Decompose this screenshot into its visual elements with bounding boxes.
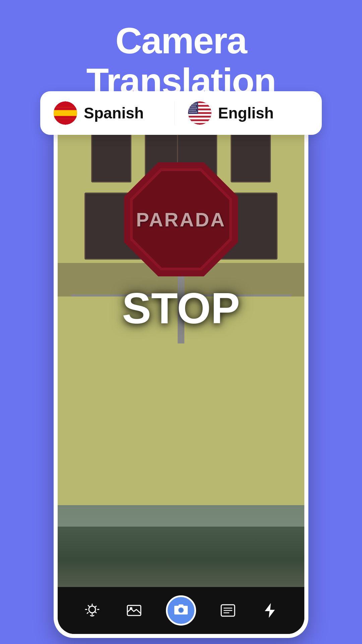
source-language-label: Spanish	[84, 104, 144, 122]
flash-icon[interactable]	[260, 600, 280, 621]
phone-mockup: Spanish	[54, 115, 308, 638]
phone-screen: PARADA STOP	[58, 119, 304, 634]
app-title: Camera Translation	[86, 20, 276, 101]
lower-camera-bg	[58, 527, 304, 594]
gallery-icon[interactable]	[124, 600, 144, 621]
target-language-label: English	[218, 104, 274, 122]
usa-flag: ★★★★★★ ★★★★★ ★★★★★★ ★★★★★ ★★★★★★	[188, 101, 212, 125]
svg-rect-12	[188, 121, 212, 123]
text-icon[interactable]	[218, 600, 238, 621]
svg-rect-2	[54, 107, 77, 110]
svg-point-21	[130, 607, 132, 610]
target-language[interactable]: ★★★★★★ ★★★★★ ★★★★★★ ★★★★★ ★★★★★★ English	[174, 101, 309, 125]
camera-icon	[174, 603, 188, 618]
sign-original-text: PARADA	[136, 208, 226, 231]
settings-icon[interactable]	[82, 600, 102, 621]
svg-rect-10	[188, 114, 212, 116]
svg-point-23	[179, 608, 183, 612]
language-selector[interactable]: Spanish	[40, 91, 322, 135]
svg-text:★★★★★★: ★★★★★★	[189, 111, 197, 113]
shutter-button[interactable]	[166, 595, 196, 626]
svg-point-19	[89, 606, 96, 613]
spanish-flag	[54, 101, 77, 125]
svg-rect-3	[54, 116, 77, 119]
camera-toolbar	[58, 587, 304, 634]
svg-rect-7	[188, 103, 212, 105]
translation-overlay: STOP	[122, 283, 240, 333]
source-language[interactable]: Spanish	[54, 101, 174, 125]
svg-rect-11	[188, 117, 212, 119]
